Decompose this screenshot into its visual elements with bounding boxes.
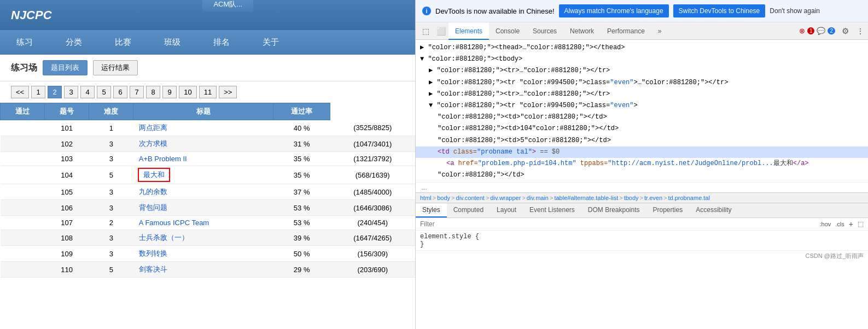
switch-chinese-button[interactable]: Switch DevTools to Chinese xyxy=(673,4,766,17)
style-tab[interactable]: DOM Breakpoints xyxy=(581,203,646,218)
cell-diff: 3 xyxy=(89,230,133,246)
tab-elements[interactable]: Elements xyxy=(448,22,489,40)
page-8[interactable]: 8 xyxy=(146,86,160,98)
breadcrumb-item[interactable]: tr.even xyxy=(644,195,662,201)
breadcrumb-item[interactable]: div.content xyxy=(456,195,485,201)
dom-line[interactable]: ▶ "color:#881280;"><thead>…"color:#88128… xyxy=(416,42,868,54)
dom-line[interactable]: <a href="problem.php-pid=104.htm" tppabs… xyxy=(416,158,868,169)
page-2-active[interactable]: 2 xyxy=(48,86,62,98)
cell-id: 105 xyxy=(45,184,89,200)
breadcrumb-item[interactable]: tbody xyxy=(624,195,639,201)
page-7[interactable]: 7 xyxy=(130,86,144,98)
table-row: 106 3 背包问题 53 % (1646/3086) xyxy=(1,200,416,216)
site-logo: NJCPC xyxy=(11,8,52,22)
device-toolbar-button[interactable]: ⬜ xyxy=(433,24,448,39)
dom-line[interactable]: ▶ "color:#881280;"><tr "color:#994500;">… xyxy=(416,77,868,89)
cls-toggle[interactable]: .cls xyxy=(835,221,844,227)
problem-link[interactable]: A+B Problem II xyxy=(139,155,187,163)
page-9[interactable]: 9 xyxy=(162,86,177,98)
cell-diff: 5 xyxy=(89,166,133,184)
cell-title: 士兵杀敌（一） xyxy=(133,230,273,246)
nav-item-contest[interactable]: 比赛 xyxy=(98,31,148,54)
breadcrumb-separator: > xyxy=(522,195,525,201)
breadcrumb-item[interactable]: div.main xyxy=(527,195,549,201)
problem-link[interactable]: 九的余数 xyxy=(139,187,167,196)
page-6[interactable]: 6 xyxy=(113,86,127,98)
dom-line[interactable]: ▶ "color:#881280;"><tr>…"color:#881280;"… xyxy=(416,89,868,100)
new-style-rule-button[interactable]: ⬚ xyxy=(858,220,864,228)
add-style-rule-button[interactable]: + xyxy=(849,220,853,228)
style-tab[interactable]: Properties xyxy=(646,203,690,218)
problem-link[interactable]: 最大和 xyxy=(139,169,169,181)
page-11[interactable]: 11 xyxy=(199,86,217,98)
cell-pass xyxy=(1,166,45,184)
dom-ellipsis-button[interactable]: … xyxy=(420,184,428,191)
breadcrumb-item[interactable]: div.wrapper xyxy=(490,195,521,201)
nav-item-category[interactable]: 分类 xyxy=(49,31,98,54)
style-tab[interactable]: Styles xyxy=(416,203,447,218)
tab-console[interactable]: Console xyxy=(489,22,526,40)
page-10[interactable]: 10 xyxy=(179,86,196,98)
breadcrumb-item[interactable]: body xyxy=(437,195,450,201)
dom-line[interactable]: "color:#881280;"><td>5"color:#881280;"><… xyxy=(416,135,868,146)
page-5[interactable]: 5 xyxy=(97,86,111,98)
always-match-button[interactable]: Always match Chrome's language xyxy=(559,4,669,17)
breadcrumb-item[interactable]: html xyxy=(420,195,432,201)
acm-team-button[interactable]: ACM队... xyxy=(202,0,253,11)
cell-title: A+B Problem II xyxy=(133,152,273,166)
dom-line[interactable]: "color:#881280;"></td> xyxy=(416,169,868,181)
cell-pass xyxy=(1,246,45,262)
tab-sources[interactable]: Sources xyxy=(526,22,563,40)
cell-fraction: (203/690) xyxy=(330,262,415,278)
problem-link[interactable]: 士兵杀敌（一） xyxy=(139,233,189,242)
cell-fraction: (240/454) xyxy=(330,216,415,230)
tab-network[interactable]: Network xyxy=(563,22,601,40)
problem-link[interactable]: 背包问题 xyxy=(139,203,167,212)
nav-item-rank[interactable]: 排名 xyxy=(197,31,246,54)
settings-button[interactable]: ⚙ xyxy=(837,24,853,39)
problem-link[interactable]: 数列转换 xyxy=(139,249,167,257)
dom-line[interactable]: ▼ "color:#881280;"><tr "color:#994500;">… xyxy=(416,100,868,111)
cell-pass xyxy=(1,120,45,136)
nav-item-practice[interactable]: 练习 xyxy=(0,31,49,54)
tab-more[interactable]: » xyxy=(651,22,668,40)
problem-link[interactable]: 两点距离 xyxy=(139,124,167,132)
dom-line[interactable]: ▼ "color:#881280;"><tbody> xyxy=(416,54,868,65)
error-badge: 1 xyxy=(807,27,815,34)
problem-link[interactable]: 次方求模 xyxy=(139,139,167,148)
nav-item-about[interactable]: 关于 xyxy=(246,31,295,54)
tab-performance[interactable]: Performance xyxy=(601,22,651,40)
dom-line[interactable]: "color:#881280;"><td>104"color:#881280;"… xyxy=(416,123,868,134)
page-3[interactable]: 3 xyxy=(64,86,78,98)
style-tab[interactable]: Accessibility xyxy=(689,203,738,218)
problems-table-container: 通过 题号 难度 标题 通过率 101 1 两点距离 40 % (3525/88… xyxy=(0,103,415,329)
breadcrumb-item[interactable]: table#alternate.table-list xyxy=(554,195,618,201)
cell-fraction: (1321/3792) xyxy=(330,152,415,166)
filter-input[interactable] xyxy=(420,220,815,228)
breadcrumb-item[interactable]: td.probname.tal xyxy=(668,195,709,201)
tab-problem-list[interactable]: 题目列表 xyxy=(43,60,88,75)
more-options-button[interactable]: ⋮ xyxy=(855,24,866,39)
devtools-tabs: Elements Console Sources Network Perform… xyxy=(448,22,799,40)
dom-line[interactable]: <td class="probname tal"> == $0 xyxy=(416,146,868,158)
info-icon: i xyxy=(422,7,431,15)
dont-show-link[interactable]: Don't show again xyxy=(770,7,820,15)
problem-link[interactable]: 剑客决斗 xyxy=(139,265,167,273)
style-tab[interactable]: Event Listeners xyxy=(523,203,581,218)
dom-line[interactable]: "color:#881280;"><td>"color:#881280;"></… xyxy=(416,111,868,123)
tab-run-result[interactable]: 运行结果 xyxy=(93,60,138,75)
style-tab[interactable]: Layout xyxy=(490,203,523,218)
cell-fraction: (568/1639) xyxy=(330,166,415,184)
element-picker-button[interactable]: ⬚ xyxy=(418,24,433,39)
page-next[interactable]: >> xyxy=(219,86,237,98)
page-4[interactable]: 4 xyxy=(80,86,95,98)
page-1[interactable]: 1 xyxy=(31,86,45,98)
problem-link[interactable]: A Famous ICPC Team xyxy=(139,219,209,227)
dom-tree[interactable]: ▶ "color:#881280;"><thead>…"color:#88128… xyxy=(416,40,868,182)
dom-line[interactable]: ▶ "color:#881280;"><tr>…"color:#881280;"… xyxy=(416,65,868,77)
style-tab[interactable]: Computed xyxy=(447,203,490,218)
nav-item-class[interactable]: 班级 xyxy=(148,31,197,54)
hov-toggle[interactable]: :hov xyxy=(820,221,831,227)
page-prev[interactable]: << xyxy=(11,86,29,98)
filter-row: :hov .cls + ⬚ xyxy=(416,218,868,231)
